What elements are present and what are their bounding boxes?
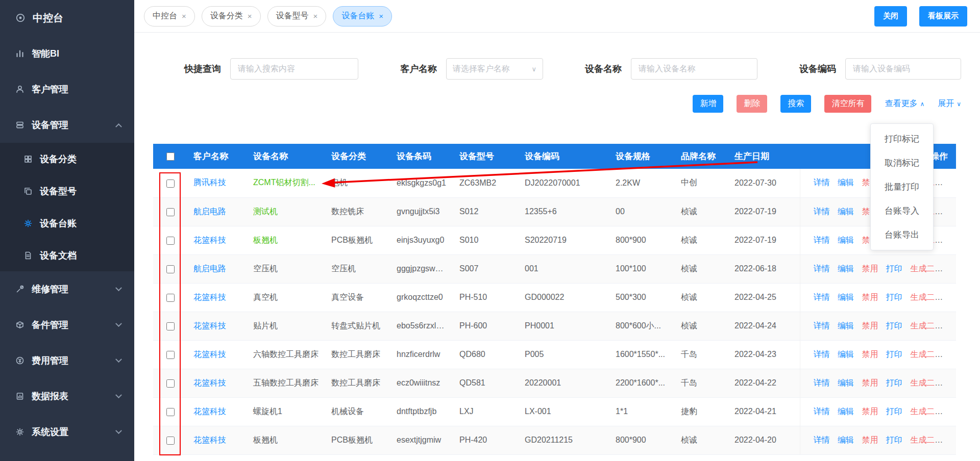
- sidebar-item-device-docs[interactable]: 设备文档: [0, 239, 134, 271]
- generate-qrcode-link[interactable]: 生成二维码: [910, 264, 951, 273]
- sidebar-item-device-category[interactable]: 设备分类: [0, 143, 134, 175]
- clear-all-button[interactable]: 清空所有: [824, 95, 871, 113]
- edit-link[interactable]: 编辑: [838, 407, 854, 416]
- edit-link[interactable]: 编辑: [838, 436, 854, 444]
- edit-link[interactable]: 编辑: [838, 321, 854, 330]
- table-row[interactable]: 花篮科技 真空机 真空设备 grkoqzcttze0 PH-510 GD0000…: [153, 283, 956, 312]
- table-row[interactable]: 花篮科技 五轴数控工具磨床 数控工具磨床 ecz0wiiitnsz QD581 …: [153, 369, 956, 397]
- sidebar-item-devices[interactable]: 设备管理: [0, 107, 134, 143]
- detail-link[interactable]: 详情: [814, 350, 830, 358]
- disable-link[interactable]: 禁用: [862, 350, 878, 358]
- print-link[interactable]: 打印: [886, 407, 902, 416]
- sidebar-item-spare-parts[interactable]: 备件管理: [0, 307, 134, 343]
- expand-link[interactable]: 展开 ∨: [938, 98, 961, 109]
- disable-link[interactable]: 禁用: [862, 378, 878, 387]
- menu-item-cancel-mark[interactable]: 取消标记: [871, 151, 933, 175]
- disable-link[interactable]: 禁用: [862, 264, 878, 273]
- add-button[interactable]: 新增: [693, 95, 723, 113]
- edit-link[interactable]: 编辑: [838, 350, 854, 358]
- customer-link[interactable]: 花篮科技: [193, 350, 226, 358]
- generate-qrcode-link[interactable]: 生成二维码: [910, 321, 951, 330]
- generate-qrcode-link[interactable]: 生成二维码: [910, 293, 951, 301]
- customer-select[interactable]: 请选择客户名称 ∨: [446, 58, 543, 80]
- generate-qrcode-link[interactable]: 生成二维码: [910, 407, 951, 416]
- table-row[interactable]: 航启电路 空压机 空压机 gggjpzgswxe0 S007 001 100*1…: [153, 254, 956, 283]
- view-more-link[interactable]: 查看更多 ∧: [885, 98, 924, 109]
- menu-item-ledger-import[interactable]: 台账导入: [871, 199, 933, 223]
- close-icon[interactable]: ×: [182, 12, 186, 20]
- generate-qrcode-link[interactable]: 生成二维码: [910, 350, 951, 358]
- print-link[interactable]: 打印: [886, 350, 902, 358]
- customer-link[interactable]: 花篮科技: [193, 293, 226, 301]
- table-row[interactable]: 花篮科技 板翘机 PCB板翘机 esextjtjgmiw PH-420 GD20…: [153, 426, 956, 454]
- customer-link[interactable]: 花篮科技: [193, 436, 226, 444]
- edit-link[interactable]: 编辑: [838, 264, 854, 273]
- edit-link[interactable]: 编辑: [838, 236, 854, 244]
- edit-link[interactable]: 编辑: [838, 378, 854, 387]
- row-checkbox[interactable]: [166, 208, 175, 216]
- disable-link[interactable]: 禁用: [862, 436, 878, 444]
- detail-link[interactable]: 详情: [814, 236, 830, 244]
- print-link[interactable]: 打印: [886, 264, 902, 273]
- print-link[interactable]: 打印: [886, 436, 902, 444]
- table-row[interactable]: 花篮科技 六轴数控工具磨床 数控工具磨床 hnzficerdrlw QD680 …: [153, 340, 956, 369]
- row-checkbox[interactable]: [166, 408, 175, 416]
- select-all-checkbox[interactable]: [166, 152, 175, 161]
- detail-link[interactable]: 详情: [814, 207, 830, 216]
- sidebar-item-device-model[interactable]: 设备型号: [0, 175, 134, 207]
- row-checkbox[interactable]: [166, 351, 175, 359]
- disable-link[interactable]: 禁用: [862, 293, 878, 301]
- detail-link[interactable]: 详情: [814, 264, 830, 273]
- close-icon[interactable]: ×: [379, 12, 383, 20]
- customer-link[interactable]: 花篮科技: [193, 407, 226, 416]
- customer-link[interactable]: 腾讯科技: [193, 178, 226, 187]
- generate-qrcode-link[interactable]: 生成二维码: [910, 436, 951, 444]
- detail-link[interactable]: 详情: [814, 321, 830, 330]
- detail-link[interactable]: 详情: [814, 293, 830, 301]
- edit-link[interactable]: 编辑: [838, 293, 854, 301]
- tab-device-model[interactable]: 设备型号 ×: [267, 6, 327, 27]
- table-row[interactable]: 腾讯科技 ZCMT铝材切割... 电机 eklsgkgzs0g1 ZC63MB2…: [153, 169, 956, 197]
- quick-search-input[interactable]: [230, 58, 358, 80]
- table-row[interactable]: 花篮科技 螺旋机1 机械设备 dntftptbzfjb LXJ LX-001 1…: [153, 397, 956, 426]
- disable-link[interactable]: 禁用: [862, 407, 878, 416]
- device-name-input[interactable]: [631, 58, 757, 80]
- customer-link[interactable]: 花篮科技: [193, 378, 226, 387]
- customer-link[interactable]: 航启电路: [193, 264, 226, 273]
- disable-link[interactable]: 禁用: [862, 321, 878, 330]
- row-checkbox[interactable]: [166, 322, 175, 330]
- sidebar-item-maintenance[interactable]: 维修管理: [0, 271, 134, 307]
- edit-link[interactable]: 编辑: [838, 178, 854, 187]
- search-button[interactable]: 搜索: [780, 95, 811, 113]
- print-link[interactable]: 打印: [886, 293, 902, 301]
- table-row[interactable]: 航启电路 测试机 数控铣床 gvngujjtx5i3 S012 12355+6 …: [153, 197, 956, 226]
- close-button[interactable]: 关闭: [874, 6, 907, 27]
- tab-device-category[interactable]: 设备分类 ×: [202, 6, 261, 27]
- device-code-input[interactable]: [845, 58, 961, 80]
- row-checkbox[interactable]: [166, 180, 175, 188]
- detail-link[interactable]: 详情: [814, 436, 830, 444]
- sidebar-item-reports[interactable]: 数据报表: [0, 378, 134, 414]
- row-checkbox[interactable]: [166, 237, 175, 245]
- table-row[interactable]: 花篮科技 贴片机 转盘式贴片机 ebo5s6rzxlmh PH-600 PH00…: [153, 312, 956, 340]
- table-row[interactable]: 花篮科技 板翘机 PCB板翘机 einjs3uyuxg0 S010 S20220…: [153, 226, 956, 254]
- close-icon[interactable]: ×: [248, 12, 252, 20]
- sidebar-item-device-ledger[interactable]: 设备台账: [0, 207, 134, 239]
- row-checkbox[interactable]: [166, 294, 175, 302]
- customer-link[interactable]: 航启电路: [193, 207, 226, 216]
- row-checkbox[interactable]: [166, 437, 175, 445]
- sidebar-item-console[interactable]: 中控台: [0, 0, 134, 36]
- sidebar-item-customers[interactable]: 客户管理: [0, 71, 134, 107]
- detail-link[interactable]: 详情: [814, 407, 830, 416]
- sidebar-item-fees[interactable]: 费用管理: [0, 343, 134, 378]
- menu-item-ledger-export[interactable]: 台账导出: [871, 223, 933, 247]
- sidebar-item-bi[interactable]: 智能BI: [0, 36, 134, 71]
- detail-link[interactable]: 详情: [814, 178, 830, 187]
- detail-link[interactable]: 详情: [814, 378, 830, 387]
- menu-item-batch-print[interactable]: 批量打印: [871, 175, 933, 199]
- tab-console[interactable]: 中控台 ×: [144, 6, 195, 27]
- delete-button[interactable]: 删除: [737, 95, 767, 113]
- board-display-button[interactable]: 看板展示: [919, 6, 967, 27]
- row-checkbox[interactable]: [166, 265, 175, 273]
- row-checkbox[interactable]: [166, 379, 175, 388]
